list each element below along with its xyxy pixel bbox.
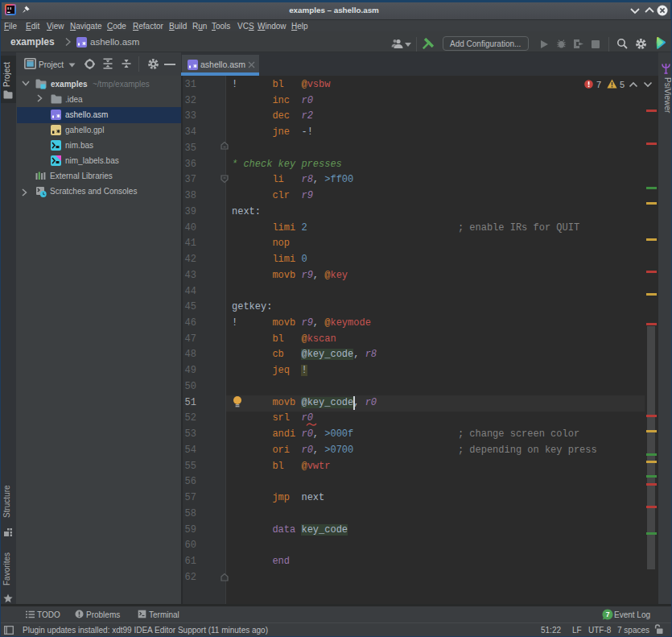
svg-text:7: 7 <box>606 610 610 618</box>
